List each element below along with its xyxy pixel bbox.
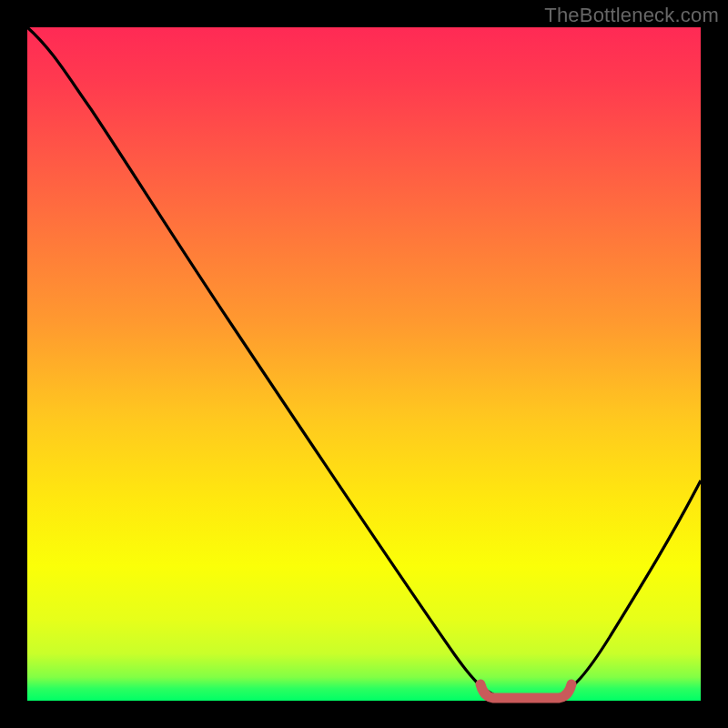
optimal-zone-marker <box>480 684 571 698</box>
bottleneck-curve <box>27 27 701 701</box>
chart-plot-area <box>27 27 701 701</box>
watermark-label: TheBottleneck.com <box>544 4 719 27</box>
chart-frame: TheBottleneck.com <box>0 0 728 728</box>
curve-path <box>27 27 701 697</box>
